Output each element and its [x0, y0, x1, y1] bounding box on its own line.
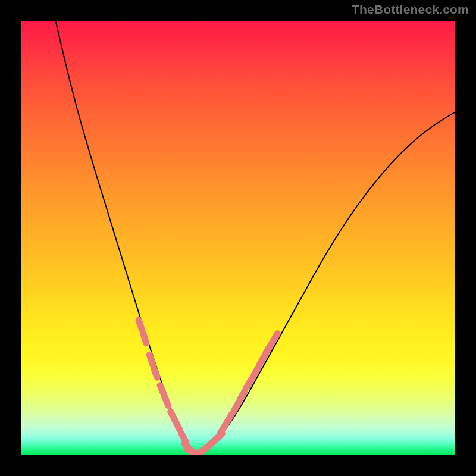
- highlight-marker: [220, 425, 226, 434]
- highlight-marker: [233, 403, 238, 412]
- chart-container: TheBottleneck.com: [0, 0, 476, 476]
- chart-svg: [21, 21, 455, 455]
- highlight-marker: [149, 355, 152, 364]
- highlight-marker: [143, 333, 146, 343]
- main-curve-line: [55, 21, 455, 454]
- highlight-marker: [273, 334, 278, 343]
- highlight-marker: [266, 345, 271, 353]
- highlight-marker: [253, 368, 258, 377]
- watermark-text: TheBottleneck.com: [352, 2, 469, 17]
- plot-area: [21, 21, 455, 455]
- highlight-marker: [240, 391, 245, 400]
- highlight-marker: [259, 356, 264, 365]
- highlight-marker: [246, 379, 252, 388]
- highlight-marker: [175, 420, 180, 429]
- highlight-marker: [154, 368, 157, 377]
- highlight-markers: [139, 320, 277, 455]
- highlight-marker: [227, 414, 232, 423]
- highlight-marker: [164, 396, 168, 406]
- highlight-marker: [139, 320, 142, 330]
